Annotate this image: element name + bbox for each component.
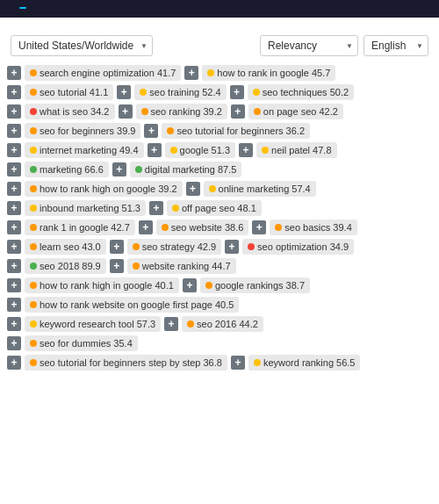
- tag-add-button[interactable]: +: [7, 278, 21, 292]
- tag-add-button[interactable]: +: [110, 240, 124, 254]
- tag-dot: [30, 147, 37, 154]
- tag-add-button[interactable]: +: [117, 85, 131, 99]
- tag-text: rank 1 in google 42.7: [40, 222, 130, 233]
- tag-add-button[interactable]: +: [230, 85, 244, 99]
- tag-item: seo 2018 89.9: [25, 258, 106, 274]
- tag-dot: [133, 243, 140, 250]
- tag-add-button[interactable]: +: [7, 182, 21, 196]
- sort-select-wrapper[interactable]: Relevancy Search Volume Competition: [260, 35, 358, 56]
- tag-item: seo techniques 50.2: [248, 84, 354, 100]
- tag-add-button[interactable]: +: [7, 317, 21, 331]
- sort-select[interactable]: Relevancy Search Volume Competition: [260, 35, 358, 56]
- tag-item: what is seo 34.2: [25, 104, 115, 119]
- tag-item: how to rank website on google first page…: [25, 297, 239, 313]
- tag-add-button[interactable]: +: [149, 201, 163, 215]
- language-select-wrapper[interactable]: English Spanish French: [363, 35, 428, 56]
- tag-dot: [30, 224, 37, 231]
- tags-container: +search engine optimization 41.7+how to …: [0, 63, 439, 381]
- region-select-wrapper[interactable]: United States/Worldwide United States Wo…: [11, 35, 153, 56]
- tag-text: marketing 66.6: [40, 164, 104, 175]
- tag-add-button[interactable]: +: [7, 298, 21, 312]
- tag-row: +search engine optimization 41.7+how to …: [7, 65, 432, 81]
- tag-item: how to rank in google 45.7: [202, 65, 335, 81]
- tag-text: google rankings 38.7: [215, 280, 305, 291]
- tag-add-button[interactable]: +: [186, 182, 200, 196]
- tag-item: rank 1 in google 42.7: [25, 220, 135, 235]
- tag-add-button[interactable]: +: [7, 201, 21, 215]
- tag-add-button[interactable]: +: [252, 220, 266, 234]
- tag-text: off page seo 48.1: [182, 203, 256, 213]
- tag-item: keyword ranking 56.5: [248, 355, 361, 371]
- tag-dot: [209, 185, 216, 192]
- tag-item: off page seo 48.1: [167, 200, 262, 216]
- tag-add-button[interactable]: +: [164, 317, 178, 331]
- tag-text: seo for beginners 39.9: [40, 126, 135, 136]
- language-select[interactable]: English Spanish French: [363, 35, 428, 56]
- tag-text: seo tutorial for beginners 36.2: [176, 126, 305, 136]
- tag-item: neil patel 47.8: [256, 142, 337, 158]
- tag-text: neil patel 47.8: [271, 145, 332, 155]
- tag-text: seo training 52.4: [149, 87, 220, 97]
- tag-dot: [30, 301, 37, 308]
- tag-add-button[interactable]: +: [112, 162, 126, 176]
- tag-dot: [248, 243, 255, 250]
- tag-row: +how to rank high in google 40.1+google …: [7, 277, 432, 293]
- tag-add-button[interactable]: +: [7, 356, 21, 370]
- tag-add-button[interactable]: +: [239, 143, 253, 157]
- tag-row: +seo tutorial for beginners step by step…: [7, 355, 432, 371]
- tag-item: website ranking 44.7: [127, 258, 236, 274]
- tag-text: seo basics 39.4: [284, 222, 351, 233]
- tag-text: inbound marketing 51.3: [40, 203, 140, 213]
- tag-add-button[interactable]: +: [148, 143, 162, 157]
- tag-add-button[interactable]: +: [183, 278, 197, 292]
- tag-dot: [170, 147, 177, 154]
- tag-text: how to rank high in google 40.1: [40, 280, 174, 291]
- tag-row: +how to rank high on google 39.2+online …: [7, 181, 432, 197]
- tag-add-button[interactable]: +: [7, 336, 21, 350]
- tag-dot: [30, 69, 37, 76]
- tag-add-button[interactable]: +: [225, 240, 239, 254]
- header: [0, 0, 439, 18]
- tag-dot: [30, 359, 37, 366]
- tag-row: +seo 2018 89.9+website ranking 44.7: [7, 258, 432, 274]
- tag-dot: [30, 89, 37, 96]
- tag-add-button[interactable]: +: [110, 259, 124, 273]
- tag-item: seo website 38.6: [156, 220, 249, 235]
- tag-item: seo tutorial for beginners 36.2: [162, 123, 310, 139]
- tag-text: seo optimization 34.9: [257, 241, 349, 252]
- tag-add-button[interactable]: +: [139, 220, 153, 234]
- tag-add-button[interactable]: +: [144, 124, 158, 138]
- tag-text: seo ranking 39.2: [151, 106, 222, 117]
- tag-add-button[interactable]: +: [7, 85, 21, 99]
- tag-row: +rank 1 in google 42.7+seo website 38.6+…: [7, 220, 432, 235]
- tag-item: seo for beginners 39.9: [25, 123, 140, 139]
- tag-add-button[interactable]: +: [7, 220, 21, 234]
- tag-text: seo 2016 44.2: [197, 319, 258, 329]
- tag-row: +seo for beginners 39.9+seo tutorial for…: [7, 123, 432, 139]
- tag-add-button[interactable]: +: [7, 104, 21, 119]
- tag-dot: [167, 127, 174, 134]
- tag-add-button[interactable]: +: [7, 66, 21, 80]
- tag-add-button[interactable]: +: [119, 104, 133, 119]
- tag-add-button[interactable]: +: [7, 124, 21, 138]
- tag-add-button[interactable]: +: [7, 240, 21, 254]
- tag-add-button[interactable]: +: [231, 356, 245, 370]
- controls-area: United States/Worldwide United States Wo…: [0, 32, 439, 63]
- tag-text: search engine optimization 41.7: [40, 68, 176, 78]
- tag-row: +inbound marketing 51.3+off page seo 48.…: [7, 200, 432, 216]
- tag-add-button[interactable]: +: [7, 143, 21, 157]
- region-select[interactable]: United States/Worldwide United States Wo…: [11, 35, 153, 56]
- tag-add-button[interactable]: +: [231, 104, 245, 119]
- tag-text: how to rank in google 45.7: [217, 68, 330, 78]
- tag-dot: [187, 320, 194, 328]
- tag-add-button[interactable]: +: [7, 162, 21, 176]
- tag-item: how to rank high on google 39.2: [25, 181, 183, 197]
- tag-add-button[interactable]: +: [7, 259, 21, 273]
- tag-dot: [253, 89, 260, 96]
- tag-dot: [30, 166, 37, 173]
- logo-boost: [19, 7, 26, 9]
- tag-item: seo for dummies 35.4: [25, 335, 138, 351]
- tag-dot: [30, 320, 37, 328]
- tag-item: google 51.3: [165, 142, 236, 158]
- tag-add-button[interactable]: +: [184, 66, 198, 80]
